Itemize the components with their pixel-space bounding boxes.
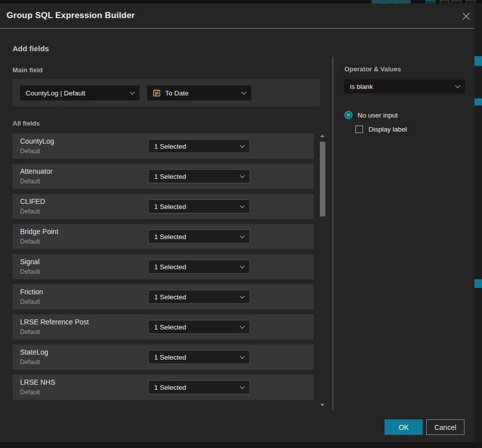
background-selected-item	[474, 56, 482, 66]
chevron-down-icon	[240, 354, 245, 359]
toolbar-icon-button[interactable]	[426, 0, 435, 4]
field-name: Signal	[20, 258, 40, 266]
operator-value: is blank	[350, 83, 456, 90]
scrollbar-thumb[interactable]	[320, 142, 325, 216]
field-list-item: CountyLog Default 1 Selected	[13, 134, 314, 159]
toolbar-icon-button[interactable]	[466, 0, 475, 4]
screen: Live view Group SQL Expression Builder A…	[0, 0, 482, 448]
field-subtitle: Default	[20, 238, 40, 245]
chevron-down-icon	[455, 83, 460, 88]
no-user-input-radio-row[interactable]: No user input	[344, 111, 398, 119]
selected-count-label: 1 Selected	[154, 233, 240, 241]
selected-count-label: 1 Selected	[154, 263, 240, 271]
ok-button[interactable]: OK	[385, 419, 423, 435]
display-label-checkbox-row[interactable]: Display label	[355, 126, 407, 133]
chevron-down-icon	[240, 263, 245, 268]
field-selected-dropdown[interactable]: 1 Selected	[148, 290, 250, 304]
field-list-item: LRSE Reference Post Default 1 Selected	[13, 314, 314, 340]
field-selected-dropdown[interactable]: 1 Selected	[148, 199, 250, 213]
field-name: Friction	[20, 288, 43, 296]
main-field-value: To Date	[165, 89, 237, 97]
close-icon[interactable]	[460, 10, 472, 22]
radio-dot	[346, 113, 350, 117]
group-sql-expression-builder-dialog: Group SQL Expression Builder Add fields …	[0, 4, 474, 442]
selected-count-label: 1 Selected	[154, 143, 240, 150]
selected-count-label: 1 Selected	[154, 173, 240, 180]
field-selected-dropdown[interactable]: 1 Selected	[148, 260, 250, 274]
no-user-input-label: No user input	[357, 111, 398, 119]
background-app-panel	[474, 4, 482, 448]
field-subtitle: Default	[20, 328, 40, 335]
radio-selected-icon[interactable]	[344, 111, 352, 119]
display-label-label: Display label	[369, 126, 407, 133]
chevron-down-icon	[240, 203, 245, 208]
operator-values-heading: Operator & Values	[344, 65, 401, 73]
main-field-source-dropdown[interactable]: CountyLog | Default	[20, 85, 140, 100]
dialog-title: Group SQL Expression Builder	[7, 11, 135, 21]
field-name: CLIFED	[20, 197, 45, 205]
background-selected-item	[474, 98, 482, 105]
field-list-item: Signal Default 1 Selected	[13, 254, 314, 279]
field-list-item: Attenuator Default 1 Selected	[13, 164, 314, 189]
chevron-down-icon	[242, 89, 247, 94]
field-subtitle: Default	[20, 298, 40, 305]
field-selected-dropdown[interactable]: 1 Selected	[148, 350, 250, 364]
selected-count-label: 1 Selected	[154, 203, 240, 210]
field-subtitle: Default	[20, 208, 40, 215]
main-field-label: Main field	[13, 66, 43, 74]
all-fields-list: CountyLog Default 1 Selected Attenuator …	[13, 134, 314, 405]
calendar-icon	[153, 89, 161, 97]
chevron-down-icon	[240, 384, 245, 389]
all-fields-label: All fields	[13, 120, 40, 127]
field-name: LRSE NHS	[20, 378, 55, 386]
field-subtitle: Default	[20, 178, 40, 185]
scroll-down-arrow-icon[interactable]	[320, 404, 324, 406]
checkbox-unchecked-icon[interactable]	[355, 126, 363, 133]
main-field-bar: CountyLog | Default To Date	[13, 79, 320, 106]
field-list-item: StateLog Default 1 Selected	[13, 345, 314, 370]
field-selected-dropdown[interactable]: 1 Selected	[148, 320, 250, 334]
panel-divider	[332, 57, 333, 410]
cancel-button[interactable]: Cancel	[426, 419, 464, 435]
field-name: StateLog	[20, 348, 48, 356]
operator-dropdown[interactable]: is blank	[344, 79, 465, 93]
field-name: Bridge Point	[20, 228, 58, 236]
background-selected-item	[474, 279, 482, 288]
live-view-button[interactable]: Live view	[372, 0, 411, 4]
selected-count-label: 1 Selected	[154, 384, 240, 391]
background-app-toolbar: Live view	[0, 0, 482, 4]
selected-count-label: 1 Selected	[154, 323, 240, 331]
chevron-down-icon	[240, 233, 245, 238]
field-subtitle: Default	[20, 148, 40, 155]
background-bottom-edge	[0, 442, 482, 448]
field-selected-dropdown[interactable]: 1 Selected	[148, 169, 250, 183]
selected-count-label: 1 Selected	[154, 293, 240, 301]
toolbar-icon-button[interactable]	[452, 0, 461, 4]
field-selected-dropdown[interactable]: 1 Selected	[148, 139, 250, 153]
main-field-value-dropdown[interactable]: To Date	[147, 85, 251, 100]
field-subtitle: Default	[20, 359, 40, 366]
selected-count-label: 1 Selected	[154, 354, 240, 361]
chevron-down-icon	[240, 173, 245, 178]
chevron-down-icon	[240, 293, 245, 298]
field-list-item: CLIFED Default 1 Selected	[13, 194, 314, 219]
chevron-down-icon	[130, 89, 135, 94]
field-list-item: Bridge Point Default 1 Selected	[13, 224, 314, 249]
field-list-item: LRSE NHS Default 1 Selected	[13, 375, 314, 400]
field-name: LRSE Reference Post	[20, 318, 89, 326]
chevron-down-icon	[240, 143, 245, 148]
field-subtitle: Default	[20, 268, 40, 275]
dialog-titlebar: Group SQL Expression Builder	[0, 4, 474, 29]
field-selected-dropdown[interactable]: 1 Selected	[148, 230, 250, 244]
toolbar-icon-button[interactable]	[440, 0, 449, 4]
main-field-source-value: CountyLog | Default	[26, 89, 131, 97]
list-scrollbar[interactable]	[319, 132, 326, 408]
chevron-down-icon	[240, 323, 245, 328]
field-selected-dropdown[interactable]: 1 Selected	[148, 380, 250, 394]
field-name: Attenuator	[20, 167, 53, 175]
scroll-up-arrow-icon[interactable]	[320, 135, 324, 137]
field-list-item: Friction Default 1 Selected	[13, 284, 314, 309]
add-fields-heading: Add fields	[13, 44, 49, 53]
field-name: CountyLog	[20, 137, 54, 145]
field-subtitle: Default	[20, 389, 40, 396]
